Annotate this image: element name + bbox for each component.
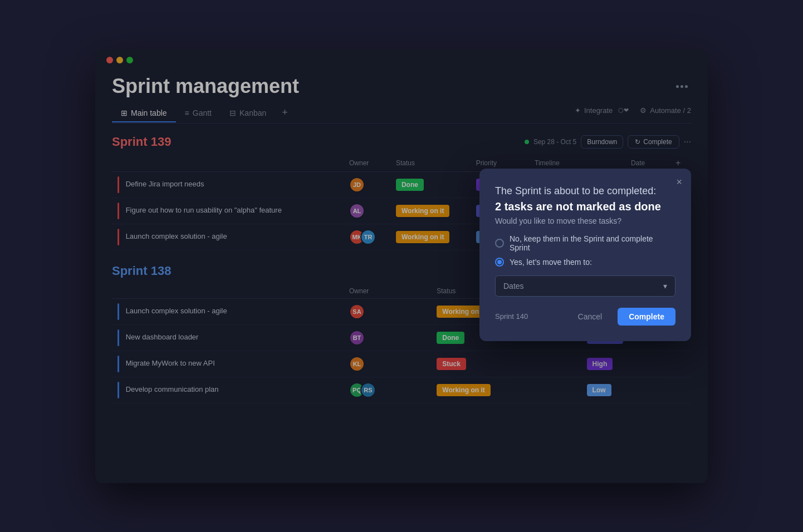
radio-move[interactable]: Yes, let’s move them to: xyxy=(495,258,675,267)
modal-close-button[interactable]: × xyxy=(676,176,682,188)
chevron-down-icon: ▾ xyxy=(663,282,667,290)
radio-circle-keep xyxy=(495,239,504,248)
radio-keep[interactable]: No, keep them in the Sprint and complete… xyxy=(495,234,675,252)
sprint-label: Sprint 140 xyxy=(495,312,528,321)
cancel-button[interactable]: Cancel xyxy=(568,308,613,326)
dates-dropdown[interactable]: Dates ▾ xyxy=(495,275,675,297)
complete-button[interactable]: Complete xyxy=(618,308,675,326)
modal-subheading: 2 tasks are not marked as done xyxy=(495,200,661,213)
radio-circle-move xyxy=(495,258,504,267)
complete-sprint-modal: × The Sprint is about to be completed: 2… xyxy=(479,169,691,341)
modal-question: Would you like to move these tasks? xyxy=(495,216,675,225)
modal-heading: The Sprint is about to be completed: 2 t… xyxy=(495,184,675,214)
modal-actions: Cancel Complete xyxy=(568,308,675,326)
modal-footer: Sprint 140 Cancel Complete xyxy=(495,308,675,326)
radio-group: No, keep them in the Sprint and complete… xyxy=(495,234,675,267)
modal-overlay: × The Sprint is about to be completed: 2… xyxy=(95,49,708,483)
